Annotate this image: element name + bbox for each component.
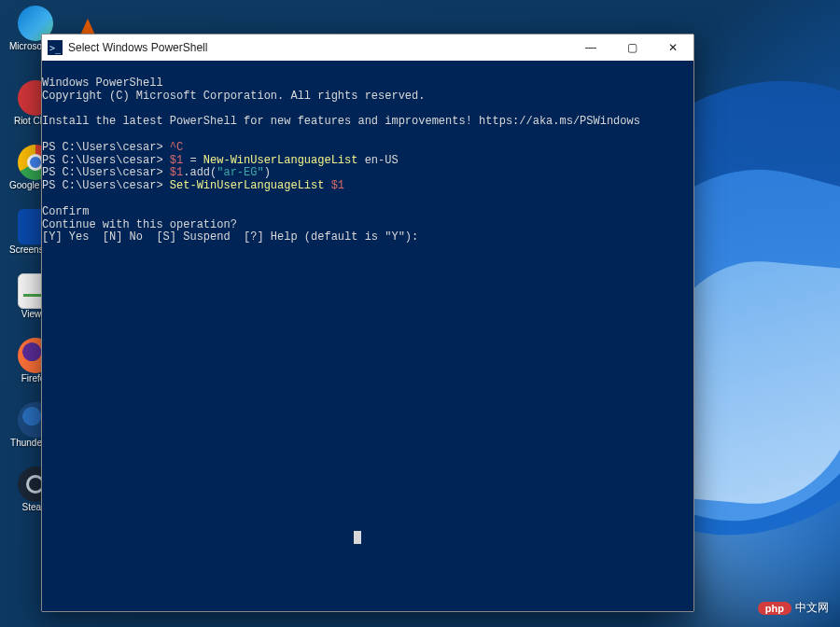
maximize-button[interactable]: ▢	[611, 35, 652, 61]
arg: en-US	[365, 154, 399, 167]
var: $1	[331, 179, 344, 192]
method: .add(	[183, 166, 217, 179]
watermark-badge: php	[758, 602, 791, 615]
string: "ar-EG"	[217, 166, 263, 179]
cmdlet: Set-WinUserLanguageList	[170, 179, 331, 192]
var: $1	[170, 166, 183, 179]
watermark-text: 中文网	[795, 600, 829, 616]
prompt: PS C:\Users\cesar>	[42, 154, 170, 167]
confirm-heading: Confirm	[42, 205, 89, 218]
op: =	[189, 154, 203, 167]
terminal-banner: Copyright (C) Microsoft Corporation. All…	[42, 90, 425, 103]
terminal-install-msg: Install the latest PowerShell for new fe…	[42, 115, 640, 128]
terminal-body[interactable]: Windows PowerShell Copyright (C) Microso…	[42, 61, 693, 611]
paren: )	[264, 166, 271, 179]
close-icon: ✕	[668, 41, 678, 54]
prompt: PS C:\Users\cesar>	[42, 141, 170, 154]
var: $1	[170, 154, 190, 167]
confirm-options: [Y] Yes [N] No [S] Suspend [?] Help (def…	[42, 230, 418, 244]
close-button[interactable]: ✕	[652, 35, 693, 61]
cmdlet: New-WinUserLanguageList	[203, 154, 365, 167]
watermark: php 中文网	[758, 600, 829, 616]
terminal-line: PS C:\Users\cesar> $1 = New-WinUserLangu…	[42, 154, 399, 167]
prompt: PS C:\Users\cesar>	[42, 179, 170, 192]
confirm-question: Continue with this operation?	[42, 218, 237, 231]
prompt: PS C:\Users\cesar>	[42, 166, 170, 179]
window-titlebar[interactable]: >_ Select Windows PowerShell — ▢ ✕	[42, 35, 693, 61]
terminal-line: PS C:\Users\cesar> $1.add("ar-EG")	[42, 166, 271, 179]
powershell-window: >_ Select Windows PowerShell — ▢ ✕ Windo…	[41, 34, 694, 612]
terminal-banner: Windows PowerShell	[42, 77, 163, 90]
minimize-icon: —	[585, 41, 596, 54]
terminal-line: PS C:\Users\cesar> Set-WinUserLanguageLi…	[42, 179, 344, 192]
maximize-icon: ▢	[627, 41, 637, 54]
cmd-ctrl-c: ^C	[170, 141, 183, 154]
powershell-icon: >_	[48, 40, 63, 55]
terminal-cursor	[354, 531, 361, 544]
terminal-line: PS C:\Users\cesar> ^C	[42, 141, 183, 154]
minimize-button[interactable]: —	[570, 35, 611, 61]
window-title: Select Windows PowerShell	[68, 41, 570, 54]
